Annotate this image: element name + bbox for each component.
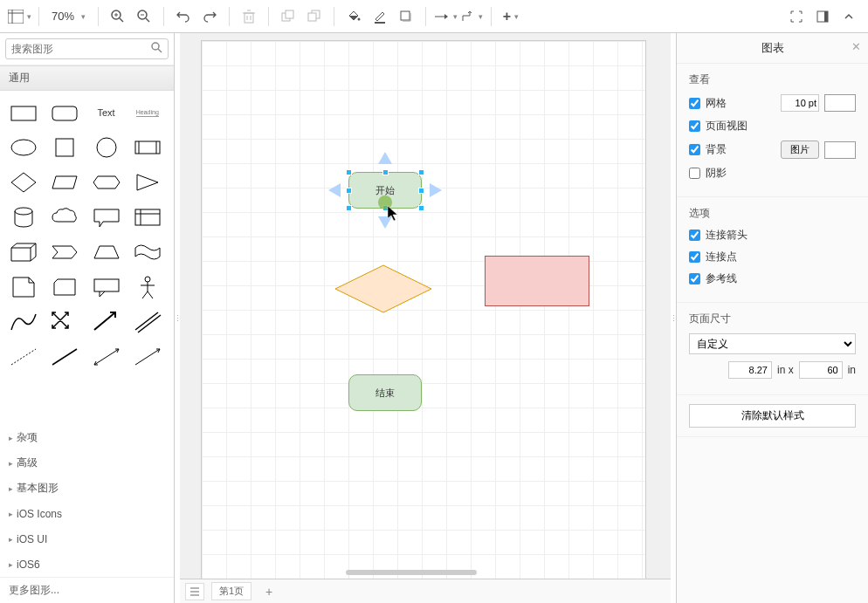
redo-button[interactable] [197, 4, 222, 29]
shape-arrow[interactable] [88, 305, 125, 339]
to-front-button[interactable] [276, 4, 300, 29]
background-color-swatch[interactable] [824, 141, 856, 159]
category-ios6[interactable]: ▸iOS6 [0, 552, 174, 577]
category-basic[interactable]: ▸基本图形 [0, 476, 174, 501]
category-advanced[interactable]: ▸高级 [0, 450, 174, 476]
delete-button[interactable] [237, 4, 261, 29]
undo-button[interactable] [171, 4, 196, 29]
connection-style-button[interactable]: ▾ [433, 4, 458, 29]
svg-rect-28 [52, 106, 77, 120]
canvas-shape-end[interactable]: 结束 [348, 374, 422, 411]
background-image-button[interactable]: 图片 [781, 140, 819, 159]
shape-bidir-connector[interactable] [88, 340, 125, 373]
shape-dashed-line[interactable] [5, 340, 42, 373]
zoom-in-button[interactable] [106, 4, 130, 29]
shape-triangle[interactable] [129, 166, 166, 199]
add-page-button[interactable]: + [258, 585, 279, 599]
shape-hexagon[interactable] [88, 166, 125, 199]
category-ios-icons[interactable]: ▸iOS Icons [0, 501, 174, 526]
line-color-button[interactable] [368, 4, 392, 29]
format-panel-toggle[interactable] [810, 4, 835, 29]
conn-points-checkbox[interactable] [689, 251, 700, 263]
shape-rectangle[interactable] [5, 96, 42, 129]
fill-color-button[interactable] [341, 4, 366, 29]
toolbar-separator [163, 7, 164, 26]
shape-internal-storage[interactable] [129, 201, 166, 234]
search-input[interactable] [11, 43, 151, 55]
svg-point-40 [145, 277, 150, 282]
svg-point-31 [97, 138, 116, 157]
svg-line-46 [138, 315, 161, 332]
page-height-input[interactable] [799, 361, 843, 379]
shape-cloud[interactable] [46, 201, 83, 234]
waypoint-style-button[interactable]: ▾ [459, 4, 484, 29]
shape-diamond[interactable] [5, 166, 42, 199]
shape-step[interactable] [46, 236, 83, 269]
shape-cube[interactable] [5, 236, 42, 269]
category-label: iOS UI [17, 533, 47, 545]
page-view-checkbox[interactable] [689, 120, 700, 132]
category-general[interactable]: 通用 [0, 65, 174, 91]
conn-arrows-checkbox[interactable] [689, 230, 700, 241]
shape-text[interactable]: Text [88, 96, 125, 129]
guides-checkbox[interactable] [689, 273, 700, 284]
diagram-canvas[interactable]: 开始 [201, 40, 646, 579]
collapse-button[interactable] [837, 4, 861, 29]
zoom-out-button[interactable] [132, 4, 156, 29]
category-misc[interactable]: ▸杂项 [0, 425, 174, 450]
close-icon[interactable]: ✕ [851, 40, 861, 53]
shape-dir-connector[interactable] [129, 340, 166, 373]
zoom-value: 70% [52, 10, 74, 23]
view-layout-button[interactable]: ▾ [7, 4, 31, 29]
shape-curve[interactable] [5, 305, 42, 339]
insert-button[interactable]: + ▾ [499, 4, 523, 29]
outline-button[interactable] [185, 583, 204, 600]
to-back-button[interactable] [302, 4, 327, 29]
clear-default-style-button[interactable]: 清除默认样式 [689, 404, 856, 428]
canvas-shape-decision[interactable] [334, 264, 432, 313]
shape-rounded-rect[interactable] [46, 96, 83, 129]
format-panel: 图表 ✕ 查看 网格 页面视图 背景 图片 阴影 [676, 33, 868, 603]
shape-ellipse[interactable] [5, 131, 42, 164]
page-size-select[interactable]: 自定义 [689, 333, 856, 354]
page-width-input[interactable] [728, 361, 772, 379]
shape-actor[interactable] [129, 271, 166, 304]
zoom-dropdown[interactable]: 70% ▾ [46, 10, 91, 23]
shape-link[interactable] [129, 305, 166, 339]
grid-color-swatch[interactable] [824, 94, 856, 112]
fullscreen-button[interactable] [784, 4, 809, 29]
shape-bidir-arrow[interactable] [46, 305, 83, 339]
canvas-shape-process[interactable] [485, 256, 589, 306]
canvas-shape-start[interactable]: 开始 [348, 172, 422, 209]
page-tab-1[interactable]: 第1页 [211, 582, 251, 600]
svg-line-26 [158, 49, 162, 52]
svg-point-19 [358, 17, 361, 20]
svg-rect-24 [824, 11, 828, 22]
shape-cylinder[interactable] [5, 201, 42, 234]
shadow-checkbox[interactable] [689, 168, 700, 179]
shape-line[interactable] [46, 340, 83, 373]
category-ios-ui[interactable]: ▸iOS UI [0, 526, 174, 552]
grid-size-input[interactable] [781, 94, 819, 112]
background-checkbox[interactable] [689, 144, 700, 155]
dropdown-arrow-icon: ▾ [479, 12, 483, 21]
more-shapes-link[interactable]: 更多图形... [0, 577, 174, 603]
grid-checkbox[interactable] [689, 98, 700, 109]
horizontal-scrollbar[interactable] [346, 570, 477, 575]
shape-card[interactable] [46, 271, 83, 304]
shape-callout[interactable] [88, 201, 125, 234]
shadow-button[interactable] [394, 4, 418, 29]
shape-trapezoid[interactable] [88, 236, 125, 269]
shape-circle[interactable] [88, 131, 125, 164]
shape-tape[interactable] [129, 236, 166, 269]
shape-heading[interactable]: Heading [129, 96, 166, 129]
shape-callout-rect[interactable] [88, 271, 125, 304]
shape-note[interactable] [5, 271, 42, 304]
shape-process[interactable] [129, 131, 166, 164]
chevron-right-icon: ▸ [9, 510, 13, 518]
shapes-sidebar: 通用 Text Heading [0, 33, 175, 603]
shape-parallelogram[interactable] [46, 166, 83, 199]
dropdown-arrow-icon: ▾ [514, 12, 519, 21]
shape-square[interactable] [46, 131, 83, 164]
search-icon[interactable] [151, 42, 162, 56]
